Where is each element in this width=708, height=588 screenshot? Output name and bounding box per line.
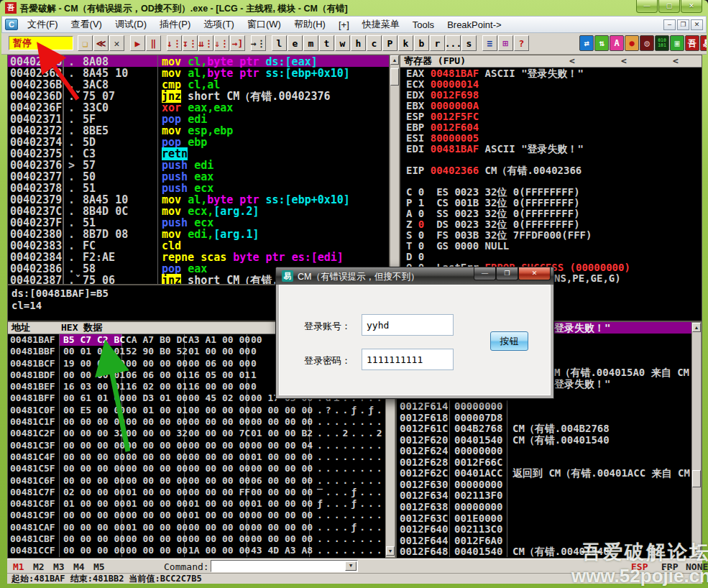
menu-item-1[interactable]: 文件(F) (21, 18, 65, 31)
disasm-row[interactable]: 00402366.8A08mov cl,byte ptr ds:[eax] (8, 55, 389, 67)
disasm-row[interactable]: 00402384.F2:AErepne scas byte ptr es:[ed… (8, 251, 389, 262)
stack-row[interactable]: 0012F640002113C0 (397, 523, 702, 535)
disasm-row[interactable]: 0040236F.33C0xor eax,eax (8, 101, 389, 113)
register-line[interactable]: P 1 CS 001B 32位 0(FFFFFFFF) (400, 197, 702, 208)
register-line[interactable]: T 0 GS 0000 NULL (400, 240, 702, 251)
memory-tab-m1[interactable]: M1 (13, 561, 24, 572)
view-log-button[interactable]: l (272, 35, 287, 51)
view-source-button[interactable]: s (461, 35, 477, 51)
stack-row[interactable]: 0012F61C004B2768CM（有错.004B2768 (397, 423, 702, 434)
target-icon[interactable]: ◎ (640, 35, 654, 51)
hexdump-row[interactable]: 00481C1F00 00 00 0000 00 00 0000 00 00 0… (8, 416, 395, 428)
updown-arrows-icon[interactable]: ⇅ (594, 35, 609, 51)
disasm-row[interactable]: 00402378.51push ecx (8, 182, 389, 193)
view-call-stack-button[interactable]: k (398, 35, 413, 51)
title-bar[interactable]: 吾 吾愛破解 - CM（有错误提示，OD搜不到）.exe - [LCG - 主线… (0, 0, 708, 16)
hexdump-row[interactable]: 00481C3F00 00 00 0000 00 00 0000 00 00 0… (8, 440, 395, 451)
animate-into-button[interactable]: ⇊⋮ (198, 35, 213, 51)
stack-row[interactable]: 0012F63000000000 (397, 479, 702, 490)
restart-button[interactable]: ≪ (93, 35, 109, 51)
menu-item-3[interactable]: 调试(D) (109, 18, 153, 31)
hexdump-row[interactable]: 00481C0F00 E5 00 0000 01 00 0100 00 00 0… (8, 405, 395, 416)
view-memory-button[interactable]: m (303, 35, 318, 51)
hexdump-row[interactable]: 00481CBF00 00 00 0000 00 00 0000 00 00 0… (8, 533, 395, 545)
stack-row[interactable]: 0012F62400000000 (397, 445, 702, 456)
register-line[interactable]: EBX 0000000A (400, 100, 702, 111)
login-button[interactable]: 按钮 (490, 331, 528, 351)
stack-scrollbar[interactable]: ▲▼ (691, 322, 702, 558)
disasm-row[interactable]: 00402380.8B7D 08mov edi,[arg.1] (8, 228, 389, 239)
hexdump-row[interactable]: 00481C4F00 00 00 0000 00 00 0000 00 00 0… (8, 451, 395, 463)
disasm-row[interactable]: 0040237F.51push ecx (8, 216, 389, 228)
indicator-none[interactable]: NONE (686, 561, 708, 572)
view-threads-button[interactable]: t (319, 35, 334, 51)
register-line[interactable]: S 0 FS 003B 32位 7FFDF000(FFF) (400, 229, 702, 240)
register-line[interactable]: EBP 0012F604 (400, 121, 702, 132)
register-line[interactable]: EDI 00481BAF ASCII "登录失败！" (400, 143, 702, 154)
register-line[interactable]: A 0 SS 0023 32位 0(FFFFFFFF) (400, 208, 702, 219)
disasm-row[interactable]: 00402376>57push edi (8, 159, 389, 170)
disasm-row[interactable]: 00402379.8A45 10mov al,byte ptr ss:[ebp+… (8, 193, 389, 205)
hexdump-row[interactable]: 00481C7F02 00 00 0001 00 00 0000 00 00 F… (8, 487, 395, 498)
registers-prev-icon[interactable]: < (650, 55, 702, 67)
view-windows-button[interactable]: w (335, 35, 350, 51)
step-into-button[interactable]: ↓⋮ (167, 35, 182, 51)
disasm-row[interactable]: 00402377.50push eax (8, 170, 389, 182)
menu-item-4[interactable]: 插件(P) (153, 18, 197, 31)
hexdump-row[interactable]: 00481C9F00 00 00 0000 00 00 0001 00 00 0… (8, 510, 395, 521)
menu-item-2[interactable]: 查看(V) (65, 18, 109, 31)
menu-item-9[interactable]: 快捷菜单 (356, 18, 406, 31)
view-handles-button[interactable]: h (351, 35, 366, 51)
hexdump-row[interactable]: 00481CCF00 00 00 0000 00 00 001A 00 00 0… (8, 545, 395, 556)
help-button[interactable]: ? (514, 35, 529, 51)
menu-item-11[interactable]: BreakPoint-> (441, 19, 508, 30)
scroll-up-icon[interactable]: ▲ (390, 55, 399, 65)
disasm-row[interactable]: 00402371.5Fpop edi (8, 113, 389, 124)
scroll-up-icon[interactable]: ▲ (692, 323, 701, 332)
view-modules-button[interactable]: e (288, 35, 303, 51)
binary-code-icon[interactable]: 010 101 (655, 35, 669, 51)
animate-over-button[interactable]: ⇓⋮ (214, 35, 229, 51)
stack-row[interactable]: 0012F62000401540CM（有错.00401540 (397, 434, 702, 446)
register-line[interactable]: D 0 (400, 251, 702, 262)
stack-row[interactable]: 0012F64800401540CM（有错.00401540 (397, 546, 702, 557)
view-patches-button[interactable]: P (382, 35, 397, 51)
stack-row[interactable]: 0012F63C001E0000 (397, 513, 702, 524)
stack-row[interactable]: 0012F6280012F66C (397, 456, 702, 468)
hexdump-row[interactable]: 00481C8F01 00 00 0001 00 00 0001 00 00 0… (8, 498, 395, 510)
close-button[interactable]: ✕ (681, 0, 702, 13)
pause-button[interactable]: ‖ (146, 35, 161, 51)
window-green-icon[interactable]: ▣ (670, 35, 684, 51)
52pojie-wu-icon[interactable]: 吾 (685, 35, 699, 51)
stack-row[interactable]: 0012F618000007D8 (397, 412, 702, 423)
register-line[interactable] (400, 154, 702, 165)
view-run-trace-button[interactable]: ... (446, 35, 461, 51)
indicator-ebp[interactable]: EBP (661, 561, 678, 572)
mdi-close-button[interactable]: ✕ (691, 19, 703, 30)
menu-item-5[interactable]: 选项(T) (197, 18, 241, 31)
clipped-red-icon[interactable]: 易 (700, 35, 707, 51)
hexdump-row[interactable]: 00481CAF00 00 00 0001 00 00 0000 00 00 0… (8, 522, 395, 533)
registers-prev-icon[interactable]: < (598, 55, 650, 67)
breakpoint-dot-icon[interactable]: ● (625, 35, 639, 51)
memory-tab-m4[interactable]: M4 (73, 561, 85, 572)
close-program-button[interactable]: ✕ (109, 35, 124, 51)
register-line[interactable]: EDX 0012F698 (400, 89, 702, 100)
command-input[interactable]: ▼ (211, 560, 358, 572)
register-line[interactable]: ECX 00000014 (400, 78, 702, 89)
memory-tab-m2[interactable]: M2 (33, 561, 45, 572)
scroll-thumb[interactable] (390, 68, 399, 86)
disasm-row[interactable]: 0040237C.8B4D 0Cmov ecx,[arg.2] (8, 205, 389, 216)
stack-row[interactable]: 0012F63800000000 (397, 501, 702, 513)
view-cpu-button[interactable]: c (367, 35, 382, 51)
registers-prev-icon[interactable]: < (546, 55, 598, 67)
disasm-row[interactable]: 00402372.8BE5mov esp,ebp (8, 124, 389, 136)
minimize-button[interactable]: — (636, 0, 658, 13)
scroll-down-icon[interactable]: ▼ (692, 546, 701, 556)
disasm-row[interactable]: 0040236D.ˇ75 07jnz short CM（有错.00402376 (8, 90, 389, 101)
hexdump-row[interactable]: 00481C2F00 00 00 3200 00 00 3200 00 00 7… (8, 428, 395, 439)
scroll-down-icon[interactable]: ▼ (386, 546, 395, 556)
step-over-button[interactable]: ↧⋮ (183, 35, 198, 51)
disasm-row[interactable]: 00402383.FCcld (8, 239, 389, 251)
scroll-thumb[interactable] (692, 470, 701, 487)
